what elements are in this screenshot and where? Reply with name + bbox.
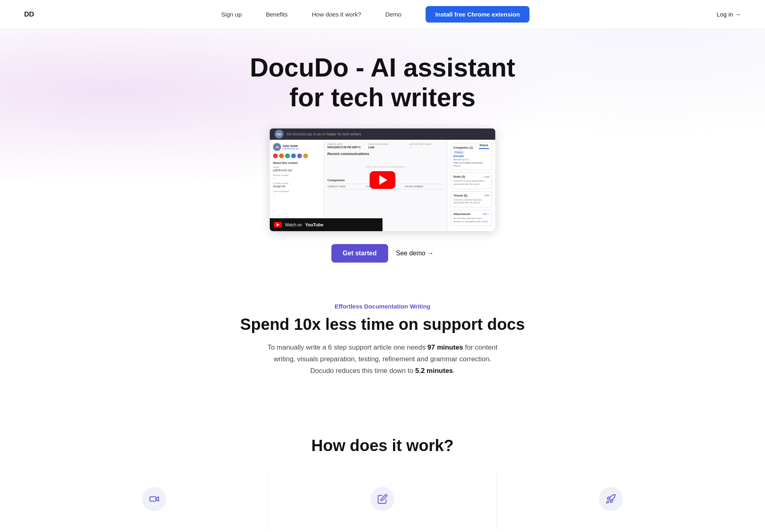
login-link[interactable]: Log in → — [717, 11, 741, 18]
screenshot-action-icons — [273, 153, 320, 158]
screenshot-about-label: About this contact — [273, 161, 320, 164]
navbar: DD Sign up Benefits How does it work? De… — [0, 0, 765, 29]
how-cards — [40, 474, 725, 530]
install-extension-button[interactable]: Install free Chrome extension — [426, 6, 529, 23]
play-triangle-icon — [379, 175, 387, 185]
screenshot-deals-card: Deals (0) + Add Track the revenue opport… — [451, 172, 492, 188]
video-container[interactable]: DD DD DocuDo.xyz is an AI helper for tec… — [270, 128, 495, 231]
youtube-label-text: YouTube — [305, 222, 323, 227]
screenshot-phone-field: Phone number — — [273, 174, 320, 180]
nav-links: Sign up Benefits How does it work? Demo … — [221, 6, 529, 23]
how-card-publish — [497, 474, 725, 530]
screenshot-owner-field: Contact owner Sergei Kil — [273, 182, 320, 188]
screenshot-contact-name: John Smith — [283, 145, 299, 147]
screenshot-meta-row: CREATE DATE 04/01/2023 5:39 PM GMT+1 LIF… — [327, 143, 444, 149]
effortless-title: Spend 10x less time on support docs — [81, 315, 684, 334]
how-card-edit — [269, 474, 497, 530]
how-icon-record — [142, 487, 166, 511]
svg-rect-0 — [150, 497, 156, 501]
screenshot-dd-avatar: DD — [275, 130, 283, 139]
screenshot-lastcontacted-field: Last contacted — — [273, 190, 320, 196]
effortless-eyebrow: Effortless Documentation Writing — [81, 303, 684, 310]
how-section: How does it work? — [0, 420, 765, 532]
how-title: How does it work? — [40, 437, 725, 455]
screenshot-topbar: DD DD DocuDo.xyz is an AI helper for tec… — [270, 128, 495, 140]
screenshot-email-field: Email js@docudo.xyz — [273, 166, 320, 172]
effortless-description: To manually write a 6 step support artic… — [262, 342, 503, 377]
get-started-button[interactable]: Get started — [331, 244, 388, 263]
youtube-play-triangle — [277, 223, 279, 226]
screenshot-topbar-text: DD DocuDo.xyz is an AI helper for tech w… — [287, 132, 361, 136]
screenshot-comms-title: Recent communications — [327, 152, 444, 156]
edit-icon — [377, 494, 388, 504]
how-icon-publish — [599, 487, 623, 511]
nav-demo[interactable]: Demo — [385, 11, 401, 18]
see-demo-button[interactable]: See demo → — [396, 250, 434, 257]
rocket-icon — [606, 494, 616, 504]
screenshot-tickets-card: Tickets (0) + Add Track the customer req… — [451, 191, 492, 207]
nav-signup[interactable]: Sign up — [221, 11, 242, 18]
nav-benefits[interactable]: Benefits — [266, 11, 287, 18]
hero-section: DocuDo - AI assistant for tech writers D… — [0, 29, 765, 279]
hero-cta-row: Get started See demo → — [331, 244, 434, 263]
youtube-bar[interactable]: Watch on YouTube — [270, 218, 382, 231]
how-card-record — [40, 474, 269, 530]
logo: DD — [24, 10, 34, 19]
nav-how[interactable]: How does it work? — [312, 11, 361, 18]
youtube-watch-text: Watch on — [285, 223, 302, 227]
screenshot-contact-avatar: JS — [273, 143, 281, 151]
how-icon-edit — [370, 487, 395, 511]
video-play-button[interactable] — [370, 171, 395, 189]
screenshot-contact-email: js@docudo.xyz — [283, 147, 299, 150]
screenshot-left-panel: JS John Smith js@docudo.xyz — [270, 140, 324, 231]
hero-title: DocuDo - AI assistant for tech writers — [242, 53, 523, 112]
screenshot-share-button[interactable]: Share — [476, 142, 492, 148]
effortless-section: Effortless Documentation Writing Spend 1… — [0, 279, 765, 420]
youtube-logo-icon — [274, 222, 282, 228]
video-icon — [149, 494, 159, 504]
screenshot-right-panel: Companies (1) + ADD Primary Docudo docud… — [447, 140, 495, 231]
screenshot-attachments-card: Attachments Add + See the files attached… — [451, 210, 492, 226]
